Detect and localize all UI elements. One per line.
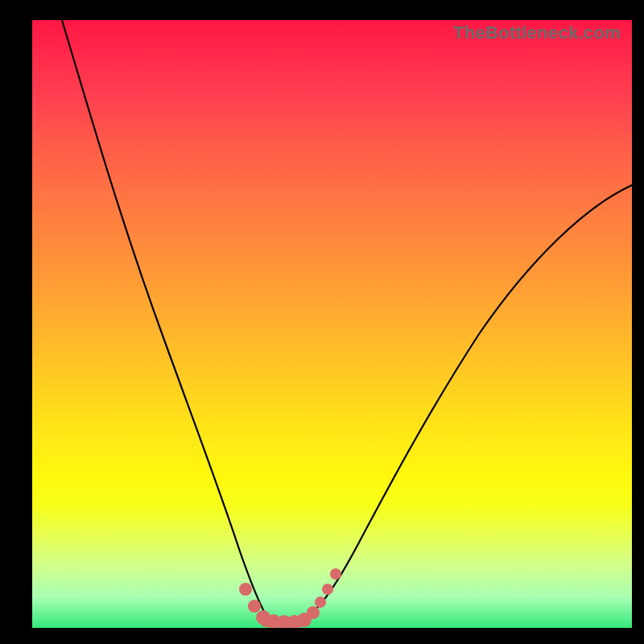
curve-left-branch	[62, 20, 267, 617]
marker-dot	[330, 568, 341, 580]
marker-dot	[307, 606, 320, 619]
marker-dot	[248, 600, 261, 613]
curve-svg	[32, 20, 632, 628]
plot-area: TheBottleneck.com	[32, 20, 632, 628]
curve-right-branch	[298, 185, 632, 622]
chart-frame: TheBottleneck.com	[0, 0, 644, 644]
marker-dot	[315, 597, 326, 608]
marker-dot	[322, 584, 333, 595]
marker-dot	[239, 583, 252, 596]
